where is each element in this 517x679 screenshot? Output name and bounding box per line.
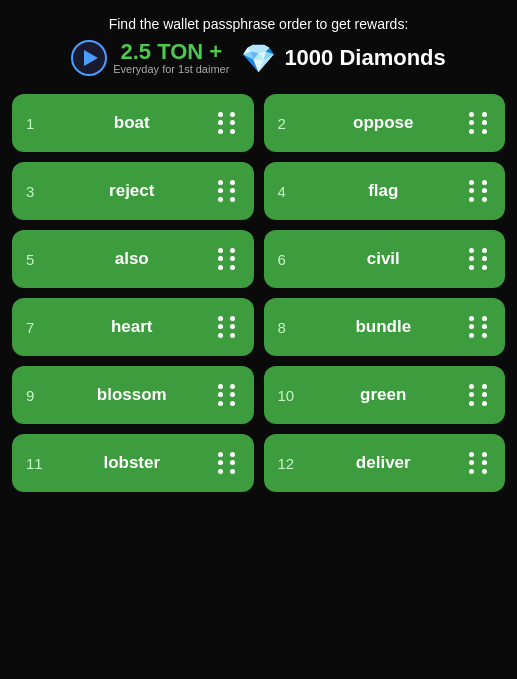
dice-dot: [482, 469, 487, 474]
dice-dot: [482, 197, 487, 202]
dice-dot: [218, 316, 223, 321]
word-label: flag: [298, 181, 470, 201]
word-label: deliver: [298, 453, 470, 473]
dice-icon: [469, 452, 491, 474]
dice-dot: [230, 197, 235, 202]
dice-dot: [482, 324, 487, 329]
dice-dot: [482, 460, 487, 465]
dice-dot: [218, 197, 223, 202]
dice-dot: [469, 112, 474, 117]
dice-dot: [230, 333, 235, 338]
dice-dot: [469, 180, 474, 185]
word-card[interactable]: 2oppose: [264, 94, 506, 152]
word-grid: 1boat2oppose3reject4flag5also6civil7hear…: [12, 94, 505, 492]
dice-dot: [469, 188, 474, 193]
word-card[interactable]: 7heart: [12, 298, 254, 356]
word-label: reject: [46, 181, 218, 201]
dice-dot: [230, 384, 235, 389]
dice-dot: [469, 401, 474, 406]
dice-dot: [469, 333, 474, 338]
word-number: 5: [26, 251, 46, 268]
word-card[interactable]: 12deliver: [264, 434, 506, 492]
dice-dot: [218, 180, 223, 185]
dice-dot: [218, 129, 223, 134]
dice-dot: [218, 188, 223, 193]
word-card[interactable]: 9blossom: [12, 366, 254, 424]
dice-dot: [469, 452, 474, 457]
word-number: 10: [278, 387, 298, 404]
dice-icon: [218, 112, 240, 134]
word-card[interactable]: 11lobster: [12, 434, 254, 492]
dice-dot: [218, 112, 223, 117]
dice-dot: [469, 316, 474, 321]
dice-dot: [218, 248, 223, 253]
play-icon: [71, 40, 107, 76]
word-label: green: [298, 385, 470, 405]
dice-dot: [482, 120, 487, 125]
word-card[interactable]: 4flag: [264, 162, 506, 220]
dice-dot: [482, 129, 487, 134]
dice-dot: [218, 469, 223, 474]
word-label: civil: [298, 249, 470, 269]
dice-dot: [482, 188, 487, 193]
word-number: 8: [278, 319, 298, 336]
dice-dot: [218, 452, 223, 457]
dice-dot: [482, 265, 487, 270]
dice-dot: [482, 392, 487, 397]
word-number: 6: [278, 251, 298, 268]
word-card[interactable]: 5also: [12, 230, 254, 288]
dice-dot: [218, 333, 223, 338]
dice-icon: [469, 384, 491, 406]
word-label: blossom: [46, 385, 218, 405]
word-number: 9: [26, 387, 46, 404]
word-card[interactable]: 3reject: [12, 162, 254, 220]
dice-dot: [230, 460, 235, 465]
word-card[interactable]: 8bundle: [264, 298, 506, 356]
word-card[interactable]: 10green: [264, 366, 506, 424]
word-card[interactable]: 1boat: [12, 94, 254, 152]
ton-info: 2.5 TON + Everyday for 1st daimer: [113, 41, 229, 75]
word-number: 4: [278, 183, 298, 200]
dice-icon: [469, 248, 491, 270]
dice-dot: [469, 197, 474, 202]
dice-dot: [230, 112, 235, 117]
dice-icon: [218, 248, 240, 270]
word-number: 12: [278, 455, 298, 472]
dice-dot: [469, 460, 474, 465]
dice-dot: [230, 392, 235, 397]
dice-dot: [469, 129, 474, 134]
word-label: boat: [46, 113, 218, 133]
dice-dot: [230, 324, 235, 329]
dice-dot: [482, 333, 487, 338]
dice-dot: [482, 112, 487, 117]
dice-dot: [469, 248, 474, 253]
rewards-row: 2.5 TON + Everyday for 1st daimer 💎 1000…: [71, 40, 446, 76]
word-label: bundle: [298, 317, 470, 337]
play-triangle-icon: [84, 50, 98, 66]
dice-dot: [469, 392, 474, 397]
dice-dot: [469, 265, 474, 270]
dice-icon: [469, 180, 491, 202]
ton-amount: 2.5 TON +: [113, 41, 229, 63]
word-card[interactable]: 6civil: [264, 230, 506, 288]
dice-dot: [230, 120, 235, 125]
dice-dot: [469, 469, 474, 474]
dice-dot: [218, 401, 223, 406]
dice-icon: [469, 316, 491, 338]
dice-dot: [230, 248, 235, 253]
dice-icon: [218, 316, 240, 338]
dice-dot: [482, 180, 487, 185]
dice-dot: [218, 120, 223, 125]
dice-dot: [218, 392, 223, 397]
instruction-text: Find the wallet passphrase order to get …: [71, 16, 446, 32]
word-number: 11: [26, 455, 46, 472]
word-label: oppose: [298, 113, 470, 133]
dice-icon: [218, 180, 240, 202]
dice-dot: [482, 401, 487, 406]
word-number: 3: [26, 183, 46, 200]
dice-dot: [230, 452, 235, 457]
dice-dot: [482, 248, 487, 253]
word-number: 2: [278, 115, 298, 132]
dice-dot: [469, 384, 474, 389]
dice-dot: [469, 256, 474, 261]
